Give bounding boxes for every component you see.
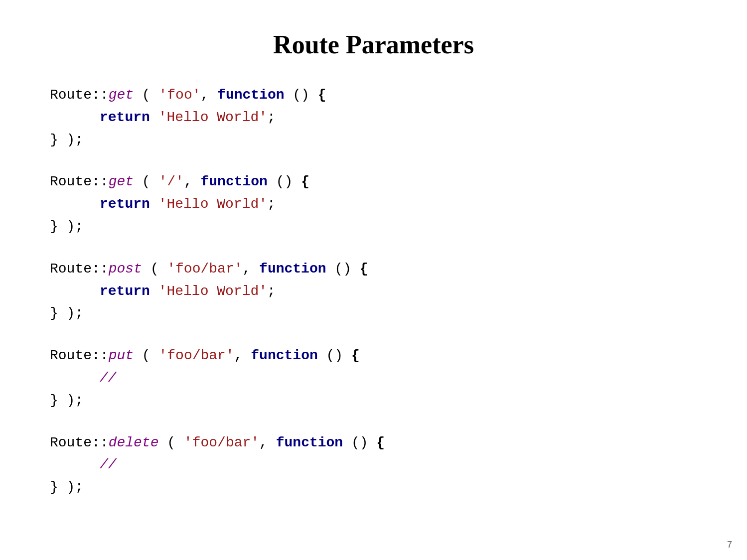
code-token: 'foo/bar' (167, 261, 242, 277)
code-token: () (268, 174, 301, 189)
code-block-3: Route::post ( 'foo/bar', function () {re… (50, 258, 697, 325)
code-line: } ); (50, 390, 697, 412)
code-token: ( (134, 174, 158, 189)
code-token: // (100, 370, 117, 386)
code-token: function (251, 348, 317, 363)
code-token: ( (134, 348, 158, 363)
code-line: Route::get ( '/', function () { (50, 171, 697, 193)
code-token: } ); (50, 305, 83, 321)
code-token: { (301, 174, 309, 189)
code-token: function (259, 261, 326, 277)
code-line: } ); (50, 129, 697, 151)
code-token: put (109, 348, 134, 363)
code-line: return 'Hello World'; (50, 193, 697, 216)
code-token: post (109, 261, 142, 277)
code-line: } ); (50, 476, 697, 499)
code-token: Route:: (50, 174, 109, 189)
code-block-2: Route::get ( '/', function () {return 'H… (50, 171, 697, 238)
code-token: '/' (158, 174, 183, 189)
code-token: ( (134, 87, 158, 103)
code-line: // (50, 454, 697, 476)
code-line: return 'Hello World'; (50, 280, 697, 303)
code-token: } ); (50, 393, 83, 408)
code-token: Route:: (50, 348, 109, 363)
code-token: function (217, 87, 284, 103)
code-token: ; (267, 110, 276, 125)
code-token: , (200, 87, 217, 103)
code-token: 'foo/bar' (184, 435, 259, 450)
code-token: } ); (50, 479, 83, 495)
code-block-1: Route::get ( 'foo', function () {return … (50, 84, 697, 151)
code-token: () (285, 87, 318, 103)
code-token (150, 283, 158, 299)
code-token: 'Hello World' (158, 196, 267, 212)
code-token (150, 196, 158, 212)
code-line: } ); (50, 216, 697, 238)
code-block-4: Route::put ( 'foo/bar', function () {//}… (50, 345, 697, 412)
code-token: () (318, 348, 351, 363)
code-line: Route::post ( 'foo/bar', function () { (50, 258, 697, 280)
code-line: Route::delete ( 'foo/bar', function () { (50, 432, 697, 454)
code-token: { (376, 435, 385, 450)
code-token: 'foo' (158, 87, 200, 103)
code-token (150, 110, 158, 125)
code-line: } ); (50, 302, 697, 325)
code-token: delete (109, 435, 159, 450)
code-token: function (276, 435, 343, 450)
code-token: Route:: (50, 261, 109, 277)
code-token: ( (142, 261, 167, 277)
code-token: // (100, 457, 117, 472)
code-token: 'Hello World' (158, 110, 267, 125)
code-token: return (100, 283, 150, 299)
code-token: } ); (50, 132, 83, 147)
code-token: { (360, 261, 368, 277)
code-token: get (109, 87, 134, 103)
code-token: () (343, 435, 376, 450)
code-token: 'Hello World' (158, 283, 267, 299)
code-token: function (201, 174, 268, 189)
code-token: { (318, 87, 326, 103)
page-number: 7 (727, 540, 732, 550)
page-title: Route Parameters (0, 0, 747, 84)
code-token: return (100, 110, 150, 125)
code-token: { (351, 348, 360, 363)
code-token: get (109, 174, 134, 189)
code-line: Route::get ( 'foo', function () { (50, 84, 697, 107)
code-token: () (326, 261, 360, 277)
code-token: ( (158, 435, 183, 450)
code-token: ; (267, 283, 276, 299)
code-block-5: Route::delete ( 'foo/bar', function () {… (50, 432, 697, 499)
code-token: , (259, 435, 276, 450)
code-token: Route:: (50, 87, 109, 103)
code-line: return 'Hello World'; (50, 107, 697, 129)
code-token: , (243, 261, 260, 277)
code-token: return (100, 196, 150, 212)
code-token: Route:: (50, 435, 109, 450)
code-token: 'foo/bar' (158, 348, 234, 363)
code-token: } ); (50, 219, 83, 234)
code-section: Route::get ( 'foo', function () {return … (0, 84, 747, 499)
code-token: , (234, 348, 251, 363)
code-token: , (184, 174, 201, 189)
code-token: ; (267, 196, 276, 212)
code-line: Route::put ( 'foo/bar', function () { (50, 345, 697, 367)
code-line: // (50, 367, 697, 390)
